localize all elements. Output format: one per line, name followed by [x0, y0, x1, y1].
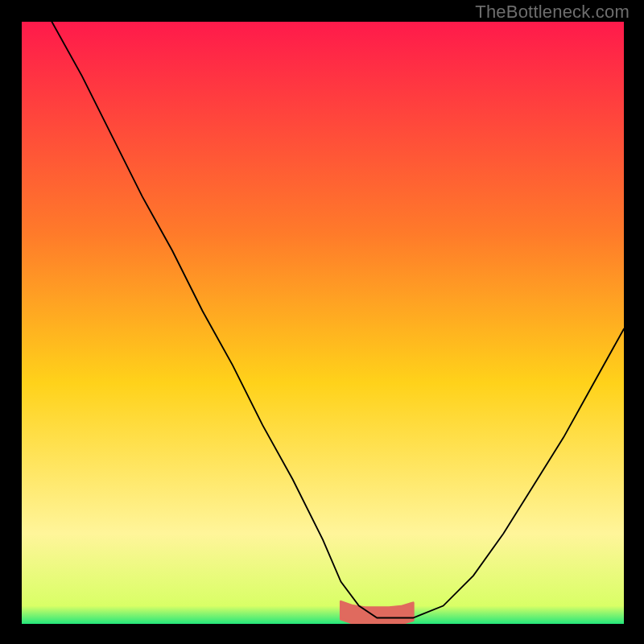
- chart-frame: TheBottleneck.com: [0, 0, 644, 644]
- bottleneck-plot: [22, 22, 624, 624]
- gradient-background: [22, 22, 624, 624]
- watermark-text: TheBottleneck.com: [475, 2, 630, 23]
